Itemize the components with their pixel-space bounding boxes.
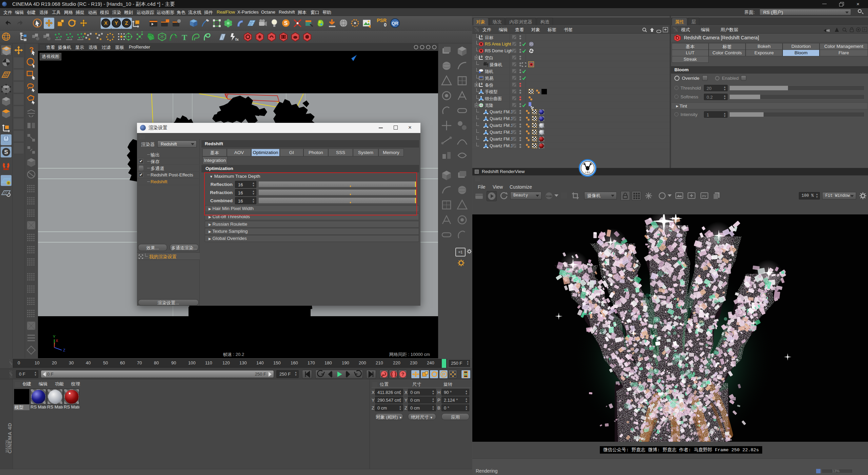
- svg-text:RGB: RGB: [546, 195, 552, 198]
- svg-text:行鹿志: 行鹿志: [585, 171, 591, 174]
- svg-text:P: P: [442, 372, 445, 377]
- svg-text:0: 0: [481, 82, 482, 86]
- svg-text:Z: Z: [63, 348, 65, 352]
- svg-text:QR: QR: [392, 21, 398, 26]
- svg-text:Y: Y: [114, 20, 118, 26]
- svg-text:Y: Y: [53, 335, 56, 339]
- svg-text:PV: PV: [702, 194, 706, 198]
- svg-text:X: X: [104, 20, 107, 26]
- svg-text:0: 0: [481, 35, 482, 38]
- svg-text:?: ?: [401, 372, 405, 377]
- svg-text:S: S: [4, 149, 8, 155]
- svg-text:Z: Z: [125, 20, 128, 26]
- svg-text:0: 0: [481, 55, 482, 58]
- svg-text:X: X: [56, 339, 58, 343]
- svg-text:S: S: [284, 20, 288, 26]
- svg-text:T: T: [182, 33, 187, 42]
- svg-text:fx: fx: [235, 37, 239, 41]
